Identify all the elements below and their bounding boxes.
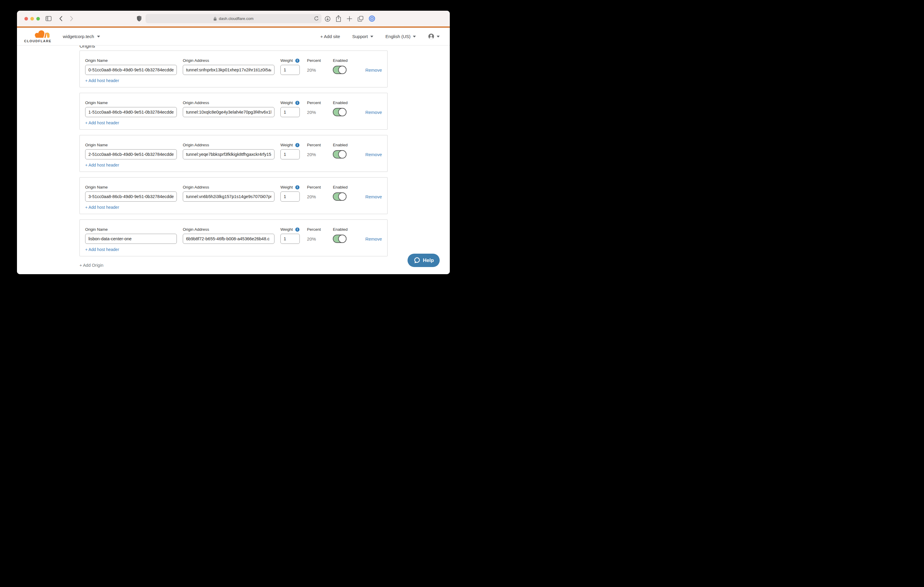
- add-host-header-link[interactable]: + Add host header: [85, 78, 119, 84]
- percent-label: Percent: [307, 227, 323, 232]
- percent-label: Percent: [307, 58, 323, 63]
- origin-address-label: Origin Address: [183, 143, 274, 148]
- info-icon[interactable]: i: [295, 101, 299, 105]
- downloads-icon[interactable]: [325, 16, 330, 22]
- chat-bubble-icon: [414, 257, 420, 264]
- minimize-window-button[interactable]: [30, 17, 34, 21]
- origin-name-input[interactable]: [85, 191, 177, 202]
- add-origin-link[interactable]: + Add Origin: [79, 263, 450, 268]
- origin-address-input[interactable]: [183, 65, 274, 75]
- weight-input[interactable]: [280, 107, 300, 117]
- origin-name-input[interactable]: [85, 107, 177, 117]
- info-icon[interactable]: i: [295, 227, 299, 232]
- profile-icon: [428, 33, 434, 39]
- support-menu[interactable]: Support: [352, 34, 373, 39]
- share-icon[interactable]: [336, 15, 341, 22]
- origin-name-label: Origin Name: [85, 185, 177, 190]
- origin-address-input[interactable]: [183, 107, 274, 117]
- remove-origin-link[interactable]: Remove: [365, 152, 382, 157]
- info-icon[interactable]: i: [295, 143, 299, 147]
- info-icon[interactable]: i: [295, 59, 299, 63]
- percent-value: 20%: [307, 67, 316, 72]
- enabled-toggle[interactable]: [333, 108, 346, 116]
- weight-label: Weight: [280, 58, 293, 63]
- percent-label: Percent: [307, 185, 323, 190]
- close-window-button[interactable]: [25, 17, 28, 21]
- zone-name: widgetcorp.tech: [63, 34, 94, 39]
- help-label: Help: [423, 258, 434, 263]
- origin-address-label: Origin Address: [183, 185, 274, 190]
- remove-origin-link[interactable]: Remove: [365, 237, 382, 242]
- forward-button[interactable]: [70, 16, 73, 21]
- weight-input[interactable]: [280, 191, 300, 202]
- origin-address-label: Origin Address: [183, 100, 274, 105]
- origin-name-input[interactable]: [85, 65, 177, 75]
- weight-input[interactable]: [280, 234, 300, 244]
- add-site-label: + Add site: [320, 34, 340, 39]
- language-menu[interactable]: English (US): [386, 34, 416, 39]
- browser-window: dash.cloudflare.com: [17, 11, 450, 274]
- toggle-knob: [338, 192, 346, 201]
- privacy-shield-icon[interactable]: [137, 15, 142, 22]
- enabled-toggle[interactable]: [333, 192, 346, 201]
- chevron-down-icon: [413, 36, 416, 38]
- enabled-label: Enabled: [333, 100, 356, 105]
- dashboard-header: CLOUDFLARE widgetcorp.tech + Add site Su…: [17, 28, 450, 46]
- origin-cards: Origin Name Origin Address Weight i: [79, 51, 388, 257]
- origin-card: Origin Name Origin Address Weight i: [79, 177, 388, 214]
- toggle-knob: [338, 150, 346, 158]
- section-title: Origins: [79, 46, 450, 49]
- zoom-window-button[interactable]: [36, 17, 40, 21]
- enabled-toggle[interactable]: [333, 150, 346, 158]
- enabled-label: Enabled: [333, 143, 356, 148]
- back-button[interactable]: [59, 16, 63, 21]
- percent-value: 20%: [307, 152, 316, 157]
- add-host-header-link[interactable]: + Add host header: [85, 247, 119, 252]
- origin-address-label: Origin Address: [183, 227, 274, 232]
- weight-input[interactable]: [280, 65, 300, 75]
- origin-address-input[interactable]: [183, 191, 274, 202]
- chevron-down-icon: [97, 36, 100, 38]
- cloudflare-logo[interactable]: CLOUDFLARE: [21, 30, 54, 43]
- toggle-knob: [338, 235, 346, 243]
- toggle-knob: [338, 108, 346, 116]
- enabled-label: Enabled: [333, 227, 356, 232]
- origin-name-input[interactable]: [85, 234, 177, 244]
- weight-label: Weight: [280, 227, 293, 232]
- help-button[interactable]: Help: [408, 254, 440, 267]
- info-icon[interactable]: i: [295, 185, 299, 189]
- browser-toolbar: dash.cloudflare.com: [17, 11, 450, 26]
- origin-name-label: Origin Name: [85, 58, 177, 63]
- add-host-header-link[interactable]: + Add host header: [85, 120, 119, 126]
- new-tab-icon[interactable]: [347, 16, 352, 21]
- origin-name-input[interactable]: [85, 149, 177, 159]
- origin-name-label: Origin Name: [85, 100, 177, 105]
- add-host-header-link[interactable]: + Add host header: [85, 205, 119, 210]
- remove-origin-link[interactable]: Remove: [365, 67, 382, 72]
- enabled-toggle[interactable]: [333, 66, 346, 74]
- sidebar-toggle-icon[interactable]: [46, 16, 51, 21]
- origin-card: Origin Name Origin Address Weight i: [79, 135, 388, 172]
- add-host-header-link[interactable]: + Add host header: [85, 162, 119, 168]
- onepassword-extension-icon[interactable]: [369, 15, 375, 22]
- origin-name-label: Origin Name: [85, 143, 177, 148]
- weight-input[interactable]: [280, 149, 300, 159]
- weight-label: Weight: [280, 185, 293, 189]
- account-menu[interactable]: [428, 33, 440, 39]
- zone-selector[interactable]: widgetcorp.tech: [63, 28, 100, 45]
- percent-label: Percent: [307, 100, 323, 105]
- origin-address-input[interactable]: [183, 149, 274, 159]
- origin-address-input[interactable]: [183, 234, 274, 244]
- tab-overview-icon[interactable]: [358, 16, 363, 22]
- remove-origin-link[interactable]: Remove: [365, 194, 382, 199]
- enabled-toggle[interactable]: [333, 235, 346, 243]
- address-bar[interactable]: dash.cloudflare.com: [145, 14, 322, 23]
- add-site-button[interactable]: + Add site: [320, 34, 340, 39]
- remove-origin-link[interactable]: Remove: [365, 110, 382, 115]
- reload-icon[interactable]: [314, 16, 319, 21]
- origin-address-label: Origin Address: [183, 58, 274, 63]
- origin-name-label: Origin Name: [85, 227, 177, 232]
- weight-label: Weight: [280, 100, 293, 105]
- enabled-label: Enabled: [333, 185, 356, 190]
- toggle-knob: [338, 66, 346, 74]
